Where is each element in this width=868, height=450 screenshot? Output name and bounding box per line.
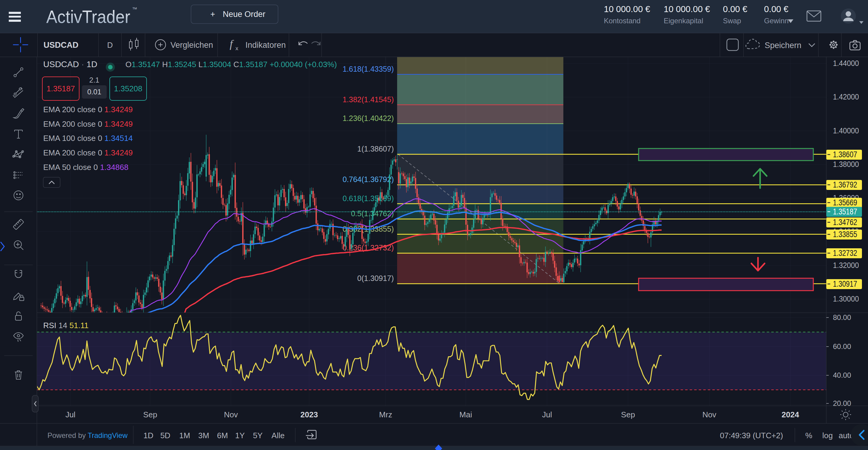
svg-text:Speichern: Speichern [765,41,802,50]
svg-text:1.35187: 1.35187 [46,84,75,93]
svg-text:60.00: 60.00 [833,342,851,351]
svg-text:1.35669: 1.35669 [833,198,857,207]
svg-text:1.44000: 1.44000 [833,59,859,67]
svg-text:O1.35147 H1.35245 L1.35004: O1.35147 H1.35245 L1.35004 C1.35187 +0.0… [125,60,337,69]
svg-text:Mrz: Mrz [379,410,392,419]
svg-text:+: + [210,10,215,19]
svg-text:1.34762: 1.34762 [833,218,857,227]
svg-text:1.32732: 1.32732 [833,248,857,258]
svg-text:Jul: Jul [542,410,552,419]
svg-text:2023: 2023 [301,410,318,419]
svg-text:™: ™ [132,6,137,12]
svg-text:10 000.00 €: 10 000.00 € [664,4,710,14]
svg-text:Indikatoren: Indikatoren [245,40,286,50]
svg-text:1.38607: 1.38607 [833,150,857,159]
svg-text:Kontostand: Kontostand [604,17,641,25]
svg-text:1D: 1D [143,431,153,440]
svg-text:EMA 200 close 0 1.34249: EMA 200 close 0 1.34249 [43,105,133,114]
svg-text:ActivTrader: ActivTrader [46,7,130,27]
svg-text:1(1.38607): 1(1.38607) [357,145,394,153]
svg-text:USDCAD · 1D: USDCAD · 1D [43,60,97,69]
svg-text:5D: 5D [160,431,170,440]
svg-text:Nov: Nov [702,410,716,419]
svg-text:Swap: Swap [723,17,741,25]
svg-text:Eigenkapital: Eigenkapital [664,17,703,25]
svg-text:Alle: Alle [271,431,284,440]
svg-text:2.1: 2.1 [89,76,99,84]
svg-text:0.764(1.36792): 0.764(1.36792) [342,175,394,184]
svg-text:USDCAD: USDCAD [43,40,79,50]
svg-text:1.236(1.40422): 1.236(1.40422) [342,114,394,122]
svg-text:Powered by TradingView: Powered by TradingView [48,431,128,440]
svg-text:RSI 14 51.11: RSI 14 51.11 [43,321,89,330]
svg-text:20.00: 20.00 [833,399,851,407]
svg-text:1.32000: 1.32000 [833,261,859,269]
svg-text:1.33855: 1.33855 [833,230,857,239]
svg-text:1.38000: 1.38000 [833,160,859,169]
svg-text:80.00: 80.00 [833,313,851,322]
svg-text:Gewinn: Gewinn [764,17,788,25]
svg-text:5Y: 5Y [253,431,262,440]
svg-text:EMA 100 close 0 1.34514: EMA 100 close 0 1.34514 [43,134,133,143]
svg-text:%: % [805,431,812,440]
svg-text:0.01: 0.01 [87,88,101,96]
svg-text:3M: 3M [198,431,209,440]
svg-text:0.00 €: 0.00 € [723,4,747,14]
svg-text:Sep: Sep [621,410,635,419]
svg-text:Sep: Sep [143,410,157,419]
svg-text:Vergleichen: Vergleichen [170,40,213,50]
svg-text:10 000.00 €: 10 000.00 € [604,4,650,14]
svg-text:1.30000: 1.30000 [833,295,859,303]
svg-text:1.40000: 1.40000 [833,126,859,135]
svg-text:Jul: Jul [65,410,75,419]
svg-text:1.42000: 1.42000 [833,93,859,101]
svg-text:6M: 6M [217,431,228,440]
svg-text:x: x [236,45,239,52]
svg-text:1.30917: 1.30917 [833,279,857,289]
svg-text:1.36792: 1.36792 [833,180,857,189]
svg-text:1.35187: 1.35187 [833,207,857,216]
svg-text:1M: 1M [179,431,190,440]
svg-text:EMA 200 close 0 1.34249: EMA 200 close 0 1.34249 [43,119,133,128]
svg-text:EMA 200 close 0 1.34249: EMA 200 close 0 1.34249 [43,148,133,157]
svg-text:0(1.30917): 0(1.30917) [357,274,394,282]
svg-text:1.382(1.41545): 1.382(1.41545) [342,95,394,104]
svg-text:EMA 50 close 0 1.34868: EMA 50 close 0 1.34868 [43,163,128,172]
svg-text:1Y: 1Y [235,431,245,440]
svg-text:0.00 €: 0.00 € [764,4,788,14]
svg-text:07:49:39 (UTC+2): 07:49:39 (UTC+2) [720,431,783,440]
svg-text:1.35208: 1.35208 [114,84,142,93]
svg-text:40.00: 40.00 [833,371,851,379]
svg-text:1.618(1.43359): 1.618(1.43359) [342,65,394,73]
svg-text:Nov: Nov [224,410,238,419]
svg-text:Mai: Mai [459,410,472,419]
svg-text:Neue Order: Neue Order [223,10,266,19]
svg-text:log: log [823,431,833,440]
svg-text:2024: 2024 [781,410,799,419]
svg-text:D: D [107,40,113,50]
